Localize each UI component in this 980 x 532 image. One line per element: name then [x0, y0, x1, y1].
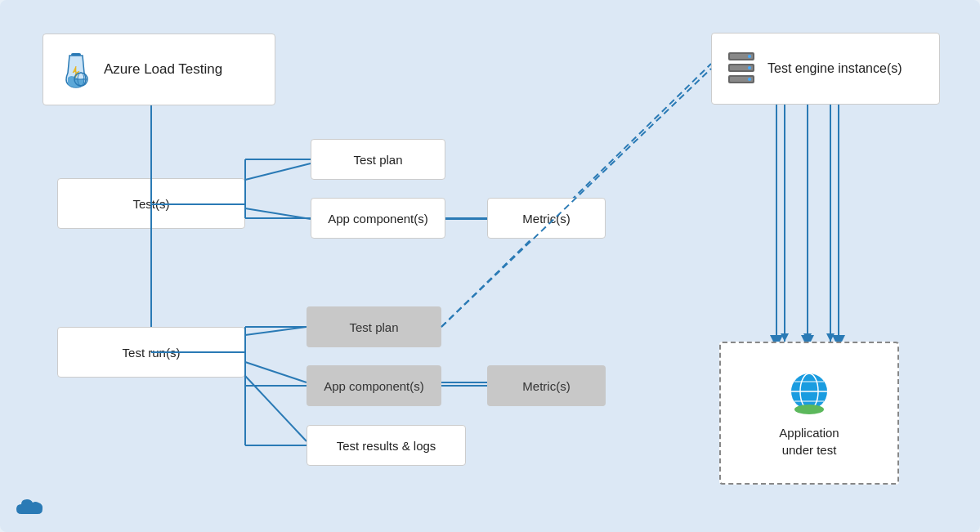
svg-point-20	[748, 55, 751, 58]
metrics-lower-label: Metric(s)	[522, 379, 570, 393]
test-plan-upper-box: Test plan	[311, 139, 445, 180]
app-components-lower-box: App component(s)	[307, 365, 441, 406]
application-under-test-label: Application under test	[779, 424, 839, 458]
test-plan-lower-box: Test plan	[307, 306, 441, 347]
tests-label: Test(s)	[133, 197, 170, 211]
svg-point-26	[748, 78, 751, 81]
azure-load-testing-label: Azure Load Testing	[104, 61, 222, 78]
test-results-label: Test results & logs	[337, 439, 436, 453]
azure-load-testing-icon	[56, 50, 96, 89]
test-runs-box: Test run(s)	[57, 327, 245, 378]
azure-load-testing-box: Azure Load Testing	[43, 34, 275, 105]
test-engine-icon	[725, 51, 758, 87]
test-results-box: Test results & logs	[307, 425, 466, 466]
svg-line-5	[245, 327, 307, 335]
svg-line-1	[245, 163, 311, 180]
test-engine-label: Test engine instance(s)	[767, 61, 902, 76]
svg-marker-52	[826, 333, 835, 342]
test-runs-label: Test run(s)	[123, 346, 181, 360]
metrics-upper-box: Metric(s)	[487, 198, 606, 239]
svg-line-8	[245, 376, 307, 441]
test-engine-box: Test engine instance(s)	[711, 33, 940, 105]
svg-line-2	[245, 208, 311, 219]
metrics-upper-label: Metric(s)	[522, 212, 570, 226]
test-plan-lower-label: Test plan	[349, 320, 398, 334]
cloud-icon	[13, 496, 46, 522]
application-icon	[785, 369, 834, 418]
main-diagram: Azure Load Testing Test(s) Test plan App…	[0, 0, 980, 532]
app-components-upper-box: App component(s)	[311, 198, 445, 239]
svg-marker-51	[803, 333, 812, 342]
metrics-lower-box: Metric(s)	[487, 365, 606, 406]
svg-line-6	[245, 362, 307, 382]
svg-marker-50	[781, 333, 789, 342]
svg-rect-33	[803, 408, 816, 413]
tests-box: Test(s)	[57, 178, 245, 229]
svg-point-23	[748, 66, 751, 69]
test-plan-upper-label: Test plan	[353, 153, 402, 167]
application-under-test-box: Application under test	[719, 342, 899, 485]
app-components-lower-label: App component(s)	[324, 379, 424, 393]
svg-line-9	[441, 64, 711, 327]
app-components-upper-label: App component(s)	[328, 212, 428, 226]
